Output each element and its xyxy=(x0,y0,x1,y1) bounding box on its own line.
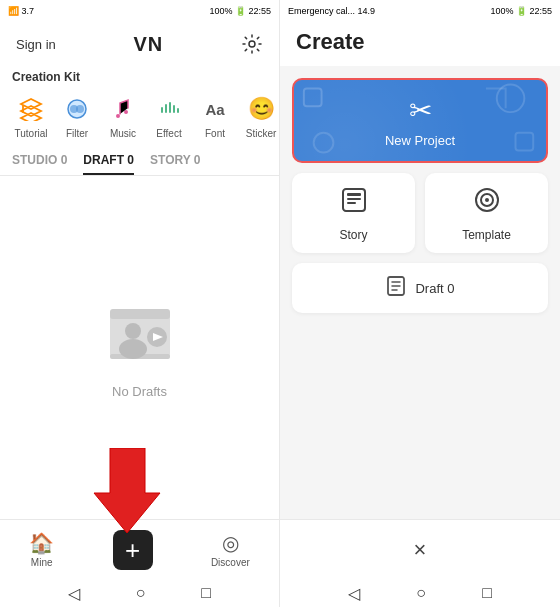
tutorial-label: Tutorial xyxy=(15,128,48,139)
svg-rect-17 xyxy=(304,89,322,107)
right-status-right: 100% 🔋 22:55 xyxy=(490,6,552,16)
left-status-bar: 📶 3.7 100% 🔋 22:55 xyxy=(0,0,279,22)
font-icon: Aa xyxy=(198,92,232,126)
template-button[interactable]: Template xyxy=(425,173,548,253)
right-panel: Emergency cal... 14.9 100% 🔋 22:55 Creat… xyxy=(280,0,560,607)
svg-rect-10 xyxy=(110,309,170,319)
creation-kit-title: Creation Kit xyxy=(12,70,267,84)
effect-icon xyxy=(152,92,186,126)
kit-item-effect[interactable]: Effect xyxy=(150,92,188,139)
svg-rect-4 xyxy=(161,107,163,113)
svg-rect-8 xyxy=(177,108,179,113)
svg-point-20 xyxy=(314,133,334,153)
settings-icon[interactable] xyxy=(241,33,263,55)
svg-rect-19 xyxy=(515,133,533,151)
sticker-icon: 😊 xyxy=(244,92,278,126)
svg-point-27 xyxy=(485,198,489,202)
draft-icon xyxy=(385,275,407,302)
svg-rect-5 xyxy=(165,104,167,113)
draft-label: Draft 0 xyxy=(415,281,454,296)
tab-studio[interactable]: STUDIO 0 xyxy=(12,145,67,175)
home-icon: 🏠 xyxy=(29,531,54,555)
left-header: Sign in VN xyxy=(0,22,279,66)
draft-content-area: No Drafts xyxy=(0,176,279,519)
effect-label: Effect xyxy=(156,128,181,139)
right-sys-nav: ◁ ○ □ xyxy=(280,579,560,607)
right-bottom: × ◁ ○ □ xyxy=(280,519,560,607)
bottom-nav: 🏠 Mine + ◎ Discover xyxy=(0,519,279,579)
new-project-label: New Project xyxy=(385,133,455,148)
no-drafts-text: No Drafts xyxy=(112,384,167,399)
svg-rect-22 xyxy=(347,193,361,196)
svg-rect-24 xyxy=(347,202,356,204)
nav-add-button[interactable]: + xyxy=(113,530,153,570)
kit-icons-row: Tutorial Filter Music Effe xyxy=(12,92,267,139)
sign-in-button[interactable]: Sign in xyxy=(16,37,56,52)
kit-item-music[interactable]: Music xyxy=(104,92,142,139)
add-icon: + xyxy=(125,537,140,563)
new-project-button[interactable]: ✂ New Project xyxy=(292,78,548,163)
svg-point-0 xyxy=(249,41,255,47)
story-label: Story xyxy=(339,228,367,242)
nav-mine-label: Mine xyxy=(31,557,53,568)
filter-label: Filter xyxy=(66,128,88,139)
no-drafts-illustration xyxy=(90,296,190,376)
svg-rect-6 xyxy=(169,102,171,113)
music-label: Music xyxy=(110,128,136,139)
music-icon xyxy=(106,92,140,126)
tab-story[interactable]: STORY 0 xyxy=(150,145,200,175)
close-button[interactable]: × xyxy=(414,537,427,563)
filter-icon xyxy=(60,92,94,126)
svg-point-13 xyxy=(119,339,147,359)
right-status-bar: Emergency cal... 14.9 100% 🔋 22:55 xyxy=(280,0,560,22)
kit-item-filter[interactable]: Filter xyxy=(58,92,96,139)
left-status-right: 100% 🔋 22:55 xyxy=(209,6,271,16)
create-options: ✂ New Project Story xyxy=(280,66,560,519)
kit-item-tutorial[interactable]: Tutorial xyxy=(12,92,50,139)
template-label: Template xyxy=(462,228,511,242)
sys-home-icon[interactable]: ○ xyxy=(136,584,146,602)
tutorial-icon xyxy=(14,92,48,126)
sys-recents-icon[interactable]: □ xyxy=(201,584,211,602)
create-title: Create xyxy=(296,29,364,55)
left-sys-nav: ◁ ○ □ xyxy=(0,579,279,607)
svg-rect-23 xyxy=(347,198,361,200)
discover-icon: ◎ xyxy=(222,531,239,555)
right-sys-home-icon[interactable]: ○ xyxy=(416,584,426,602)
tabs-bar: STUDIO 0 DRAFT 0 STORY 0 xyxy=(0,145,279,176)
svg-point-18 xyxy=(497,85,525,113)
nav-mine[interactable]: 🏠 Mine xyxy=(29,531,54,568)
kit-item-font[interactable]: Aa Font xyxy=(196,92,234,139)
sticker-label: Sticker xyxy=(246,128,277,139)
svg-point-12 xyxy=(125,323,141,339)
right-sys-back-icon[interactable]: ◁ xyxy=(348,584,360,603)
right-sys-recents-icon[interactable]: □ xyxy=(482,584,492,602)
scissors-icon: ✂ xyxy=(409,94,432,127)
font-label: Font xyxy=(205,128,225,139)
left-status-left: 📶 3.7 xyxy=(8,6,34,16)
story-button[interactable]: Story xyxy=(292,173,415,253)
tab-draft[interactable]: DRAFT 0 xyxy=(83,145,134,175)
right-status-left: Emergency cal... 14.9 xyxy=(288,6,375,16)
close-bar: × xyxy=(280,519,560,579)
story-icon xyxy=(339,185,369,222)
svg-rect-7 xyxy=(173,105,175,113)
creation-kit: Creation Kit Tutorial Filter xyxy=(0,66,279,145)
nav-discover[interactable]: ◎ Discover xyxy=(211,531,250,568)
template-icon xyxy=(472,185,502,222)
app-title: VN xyxy=(133,33,163,56)
story-template-row: Story Template xyxy=(292,173,548,253)
svg-point-3 xyxy=(76,105,84,113)
kit-item-sticker[interactable]: 😊 Sticker xyxy=(242,92,280,139)
right-header: Create xyxy=(280,22,560,66)
nav-discover-label: Discover xyxy=(211,557,250,568)
draft-button[interactable]: Draft 0 xyxy=(292,263,548,313)
sys-back-icon[interactable]: ◁ xyxy=(68,584,80,603)
